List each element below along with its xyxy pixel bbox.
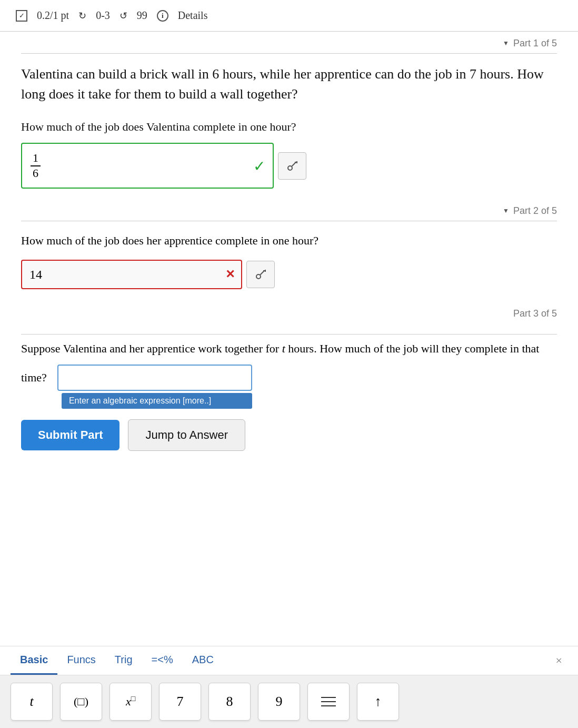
fraction-icon	[321, 697, 336, 706]
part1-denominator: 6	[31, 166, 41, 180]
keyboard-tabs: Basic Funcs Trig =<% ABC ×	[0, 646, 578, 675]
part3-label: Part 3 of 5	[513, 308, 557, 319]
svg-point-4	[256, 274, 261, 279]
key-up-arrow[interactable]: ↑	[357, 683, 399, 721]
retry-icon: ↻	[78, 10, 86, 22]
part2-triangle: ▼	[503, 207, 509, 215]
part3-time-label: time?	[21, 365, 47, 391]
key-t[interactable]: t	[11, 683, 53, 721]
key-7[interactable]: 7	[159, 683, 201, 721]
correct-checkmark: ✓	[253, 157, 265, 174]
math-keyboard: Basic Funcs Trig =<% ABC × t (□) x□ 7 8 …	[0, 646, 578, 728]
part1-header: ▼ Part 1 of 5	[21, 32, 557, 54]
part3-hint-tooltip[interactable]: Enter an algebraic expression [more..]	[62, 393, 252, 409]
part1-numerator: 1	[31, 151, 41, 166]
part2-key-button[interactable]	[246, 261, 275, 288]
part1-answer-input[interactable]: 1 6 ✓	[21, 143, 274, 189]
keyboard-close-button[interactable]: ×	[551, 648, 567, 673]
header-bar: ✓ 0.2/1 pt ↻ 0-3 ↺ 99 i Details	[0, 0, 578, 32]
key-x-power[interactable]: x□	[109, 683, 152, 721]
part3-variable-t: t	[282, 342, 285, 355]
part3-input-container: Enter an algebraic expression [more..]	[57, 365, 252, 409]
part1-label: Part 1 of 5	[513, 38, 557, 49]
main-question-text: Valentina can build a brick wall in 6 ho…	[21, 64, 557, 104]
part2-header: ▼ Part 2 of 5	[21, 199, 557, 221]
part1-sub-question: How much of the job does Valentina compl…	[21, 119, 557, 135]
submissions-count: 99	[137, 9, 147, 22]
kb-tab-abc[interactable]: ABC	[183, 646, 223, 675]
refresh-icon: ↺	[119, 10, 127, 22]
part1-key-button[interactable]	[278, 152, 306, 180]
jump-to-answer-button[interactable]: Jump to Answer	[128, 419, 245, 451]
kb-tab-funcs[interactable]: Funcs	[57, 646, 105, 675]
submit-part-button[interactable]: Submit Part	[21, 420, 119, 450]
key-fraction[interactable]	[307, 683, 350, 721]
svg-line-5	[261, 271, 265, 275]
incorrect-xmark: ✕	[225, 268, 235, 281]
checkbox-icon: ✓	[16, 10, 27, 22]
part3-section: Part 3 of 5 Suppose Valentina and her ap…	[21, 302, 557, 451]
part3-input-row: time? Enter an algebraic expression [mor…	[21, 365, 557, 409]
key-8[interactable]: 8	[208, 683, 251, 721]
retry-count: 0-3	[96, 9, 110, 22]
info-icon[interactable]: i	[157, 10, 168, 22]
details-label[interactable]: Details	[178, 9, 208, 22]
part2-question: How much of the job does her apprentice …	[21, 232, 557, 249]
svg-point-0	[288, 166, 292, 170]
key-parens[interactable]: (□)	[60, 683, 102, 721]
kb-tab-trig[interactable]: Trig	[105, 646, 142, 675]
kb-tab-basic[interactable]: Basic	[11, 646, 57, 675]
svg-line-1	[292, 162, 296, 166]
key-9[interactable]: 9	[258, 683, 300, 721]
main-content: ▼ Part 1 of 5 Valentina can build a bric…	[0, 32, 578, 472]
part2-label: Part 2 of 5	[513, 205, 557, 217]
part2-question-text: How much of the job does her apprentice …	[21, 232, 318, 249]
score-display: 0.2/1 pt	[37, 9, 69, 22]
part3-answer-input[interactable]	[57, 365, 252, 391]
kb-tab-eqpct[interactable]: =<%	[142, 646, 183, 675]
part2-answer-row: 14 ✕	[21, 260, 557, 289]
part3-action-buttons: Submit Part Jump to Answer	[21, 419, 557, 451]
part1-fraction: 1 6	[31, 151, 41, 180]
part3-question-text: Suppose Valentina and her apprentice wor…	[21, 340, 557, 357]
part1-triangle: ▼	[503, 40, 509, 47]
part2-answer-value: 14	[29, 268, 42, 282]
part1-answer-row: 1 6 ✓	[21, 143, 557, 189]
keyboard-keys-row: t (□) x□ 7 8 9 ↑	[0, 675, 578, 728]
part2-answer-input[interactable]: 14 ✕	[21, 260, 242, 289]
part3-divider	[21, 334, 557, 335]
part3-header: Part 3 of 5	[21, 302, 557, 323]
